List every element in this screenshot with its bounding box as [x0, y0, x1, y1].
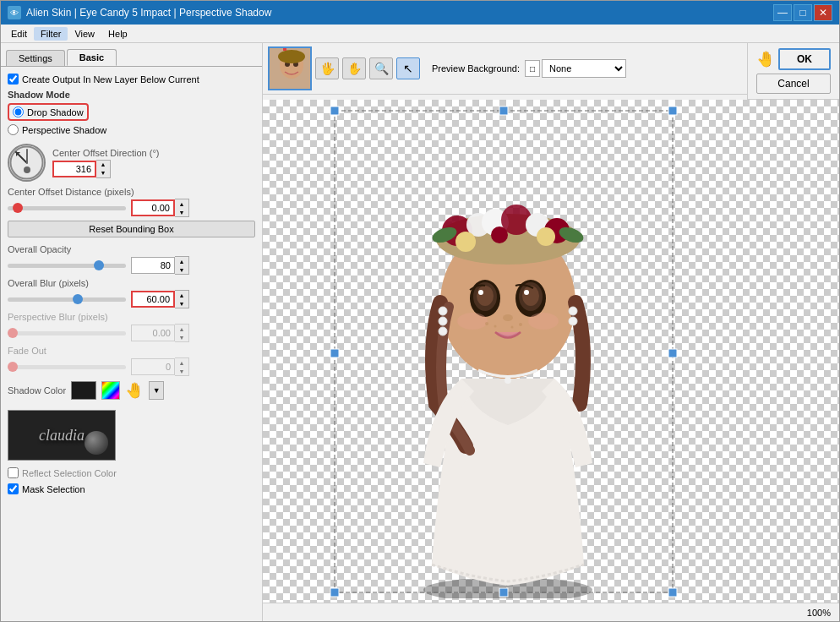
- svg-point-0: [11, 147, 43, 179]
- fo-input: [131, 358, 175, 375]
- tabs-bar: Settings Basic: [1, 43, 262, 67]
- fade-out-row: Fade Out ▲ ▼: [8, 346, 255, 376]
- svg-point-35: [485, 322, 488, 325]
- hand-tool[interactable]: ✋: [342, 57, 366, 79]
- cod-label: Center Offset Direction (°): [52, 148, 159, 158]
- perspective-shadow-radio[interactable]: [8, 124, 19, 135]
- preview-bg-select[interactable]: None White Black Checkerboard: [542, 59, 626, 78]
- ok-hand-icon: 🤚: [756, 50, 775, 68]
- app-icon: 👁: [8, 6, 21, 19]
- mask-selection-row: Mask Selection: [8, 483, 255, 494]
- preview-swatch-ball: [85, 431, 108, 455]
- cod-up-arrow[interactable]: ▲: [96, 161, 110, 169]
- preview-bg-control: □ None White Black Checkerboard: [525, 59, 626, 78]
- drop-shadow-label: Drop Shadow: [27, 107, 84, 117]
- minimize-button[interactable]: —: [773, 4, 792, 21]
- ok-button[interactable]: OK: [778, 48, 831, 70]
- overall-blur-row: Overall Blur (pixels) ▲ ▼: [8, 278, 255, 308]
- reflect-selection-checkbox[interactable]: [8, 467, 19, 478]
- svg-point-36: [494, 325, 497, 328]
- cod-arrows: ▲ ▼: [96, 160, 111, 178]
- menu-help[interactable]: Help: [101, 27, 134, 41]
- ob-slider[interactable]: [8, 297, 126, 302]
- ob-down[interactable]: ▼: [175, 299, 188, 308]
- overall-opacity-row: Overall Opacity ▲ ▼: [8, 244, 255, 275]
- drop-shadow-highlight: Drop Shadow: [8, 103, 89, 121]
- pb-input: [131, 325, 175, 341]
- tab-basic[interactable]: Basic: [67, 49, 117, 66]
- svg-point-7: [278, 50, 305, 63]
- ob-up[interactable]: ▲: [175, 291, 188, 299]
- svg-point-39: [439, 307, 447, 315]
- pb-label: Perspective Blur (pixels): [8, 312, 255, 322]
- codc-up[interactable]: ▲: [175, 199, 188, 208]
- left-panel: Settings Basic Create Output In New Laye…: [1, 43, 263, 621]
- pb-up: ▲: [175, 325, 188, 333]
- cod-input[interactable]: [52, 161, 96, 177]
- drop-shadow-row: Drop Shadow: [8, 103, 255, 121]
- menu-edit[interactable]: Edit: [4, 27, 34, 41]
- codc-controls: ▲ ▼: [8, 199, 255, 217]
- ob-label: Overall Blur (pixels): [8, 278, 255, 288]
- reset-bounding-box-button[interactable]: Reset Bounding Box: [8, 221, 255, 237]
- codc-input[interactable]: [131, 199, 175, 216]
- mask-selection-label: Mask Selection: [22, 484, 85, 494]
- codc-slider[interactable]: [8, 206, 126, 210]
- center-offset-direction-inputs: Center Offset Direction (°) ▲ ▼: [52, 148, 159, 178]
- hand-pointer-icon: 🤚: [125, 381, 144, 400]
- svg-point-32: [503, 314, 513, 321]
- svg-point-29: [522, 286, 539, 306]
- svg-point-21: [537, 227, 555, 246]
- zoom-level: 100%: [807, 608, 831, 618]
- menu-bar: Edit Filter View Help: [1, 25, 839, 43]
- preview-canvas[interactable]: [263, 100, 839, 603]
- reflect-selection-label: Reflect Selection Color: [22, 468, 117, 478]
- tab-settings[interactable]: Settings: [6, 50, 65, 66]
- oa-input[interactable]: [131, 257, 175, 274]
- shadow-color-label: Shadow Color: [8, 385, 66, 396]
- ok-row: 🤚 OK: [756, 48, 831, 70]
- codc-down[interactable]: ▼: [175, 208, 188, 216]
- menu-filter[interactable]: Filter: [34, 27, 68, 41]
- direction-dial[interactable]: [8, 144, 46, 182]
- status-bar: 100%: [263, 603, 839, 621]
- oa-slider[interactable]: [8, 264, 126, 268]
- codc-spinner: ▲ ▼: [131, 199, 189, 217]
- svg-point-19: [455, 232, 476, 252]
- oa-up[interactable]: ▲: [175, 257, 188, 265]
- zoom-tool[interactable]: 🔍: [369, 57, 393, 79]
- preview-area-wrapper: 🖐 ✋ 🔍 ↖ Preview Background: □ None White…: [263, 43, 839, 621]
- title-controls: — □ ✕: [773, 4, 832, 21]
- zoom-in-tool[interactable]: 🖐: [315, 57, 339, 79]
- close-button[interactable]: ✕: [814, 4, 832, 21]
- oa-arrows: ▲ ▼: [175, 256, 189, 275]
- fo-label: Fade Out: [8, 346, 255, 356]
- drop-shadow-radio[interactable]: [13, 106, 24, 117]
- fo-spinner: ▲ ▼: [131, 357, 189, 376]
- cod-spinner: ▲ ▼: [52, 160, 159, 178]
- menu-view[interactable]: View: [68, 27, 101, 41]
- mask-selection-checkbox[interactable]: [8, 483, 19, 494]
- svg-point-30: [478, 290, 483, 295]
- fo-down: ▼: [175, 367, 188, 375]
- svg-point-31: [524, 290, 529, 295]
- cod-down-arrow[interactable]: ▼: [96, 169, 110, 177]
- fo-arrows: ▲ ▼: [175, 357, 189, 376]
- ob-input[interactable]: [131, 291, 175, 308]
- cancel-button[interactable]: Cancel: [756, 74, 831, 94]
- svg-point-20: [491, 226, 508, 243]
- svg-point-42: [569, 307, 577, 315]
- fo-slider: [8, 365, 126, 369]
- create-output-label: Create Output In New Layer Below Current: [22, 74, 199, 85]
- svg-rect-8: [283, 48, 286, 51]
- maximize-button[interactable]: □: [794, 4, 812, 21]
- color-gradient-btn[interactable]: [101, 381, 120, 400]
- codc-label: Center Offset Distance (pixels): [8, 187, 255, 197]
- oa-down[interactable]: ▼: [175, 265, 188, 274]
- shadow-color-swatch[interactable]: [71, 381, 96, 400]
- arrow-tool[interactable]: ↖: [396, 57, 420, 79]
- oa-spinner: ▲ ▼: [131, 256, 189, 275]
- color-dropdown-btn[interactable]: ▼: [149, 381, 164, 400]
- create-output-checkbox[interactable]: [8, 74, 19, 85]
- svg-point-43: [569, 317, 577, 325]
